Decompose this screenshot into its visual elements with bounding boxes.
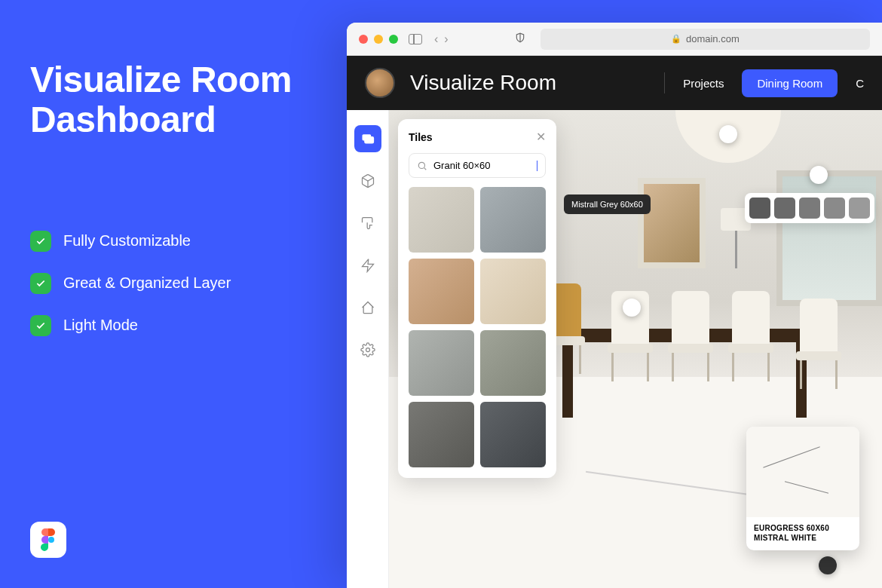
- avatar[interactable]: [365, 68, 395, 98]
- minimize-window-button[interactable]: [374, 35, 383, 44]
- check-icon: [30, 315, 51, 336]
- tile-swatch[interactable]: [480, 187, 546, 253]
- hotspot-floor[interactable]: [819, 556, 837, 574]
- tile-swatch[interactable]: [480, 330, 546, 396]
- nav-dining-room-button[interactable]: Dining Room: [742, 69, 838, 97]
- promo-feature-list: Fully Customizable Great & Organized Lay…: [30, 231, 317, 336]
- figma-logo: [30, 522, 66, 558]
- feature-text: Light Mode: [63, 317, 138, 334]
- wall-art: [638, 178, 706, 268]
- color-palette: [745, 193, 874, 223]
- nav-projects[interactable]: Projects: [683, 77, 724, 90]
- sidebar-paint-icon[interactable]: [354, 210, 381, 237]
- hotspot-table[interactable]: [623, 299, 641, 317]
- svg-point-5: [366, 348, 369, 352]
- palette-swatch[interactable]: [749, 198, 770, 219]
- promo-feature: Great & Organized Layer: [30, 273, 317, 294]
- url-text: domain.com: [686, 33, 740, 44]
- sidebar-bolt-icon[interactable]: [354, 252, 381, 279]
- feature-text: Fully Customizable: [63, 232, 191, 250]
- close-icon[interactable]: ✕: [536, 130, 546, 144]
- back-button[interactable]: ‹: [434, 32, 438, 46]
- svg-line-7: [424, 167, 427, 170]
- browser-window: ‹ › 🔒 domain.com Visualize Room Projects…: [347, 23, 882, 588]
- promo-feature: Light Mode: [30, 315, 317, 336]
- browser-chrome: ‹ › 🔒 domain.com: [347, 23, 882, 56]
- shield-icon[interactable]: [515, 32, 525, 47]
- page-title: Visualize Room: [410, 71, 556, 95]
- tile-swatch[interactable]: [409, 330, 474, 396]
- divider: [664, 72, 665, 93]
- nav-cut-link[interactable]: C: [856, 77, 864, 90]
- svg-point-6: [418, 162, 424, 168]
- promo-title-line2: Dashboard: [30, 100, 216, 139]
- promo-title-line1: Visualize Room: [30, 60, 292, 100]
- maximize-window-button[interactable]: [389, 35, 398, 44]
- sidebar-box-icon[interactable]: [354, 167, 381, 194]
- floor-preview: [746, 427, 859, 517]
- svg-point-0: [48, 537, 54, 543]
- tile-grid: [409, 187, 546, 467]
- palette-swatch[interactable]: [774, 198, 795, 219]
- palette-swatch[interactable]: [799, 198, 820, 219]
- room-visualizer[interactable]: Tiles ✕ Granit 60×60 M: [389, 110, 882, 588]
- tile-swatch[interactable]: [409, 259, 474, 324]
- svg-rect-3: [364, 137, 373, 143]
- floor-label: EUROGRESS 60X60 MISTRAL WHITE: [746, 517, 859, 550]
- lock-icon: 🔒: [671, 34, 681, 44]
- window: [776, 170, 882, 306]
- palette-swatch[interactable]: [824, 198, 845, 219]
- close-window-button[interactable]: [359, 35, 368, 44]
- sidebar: [347, 110, 389, 588]
- floor-selection-card[interactable]: EUROGRESS 60X60 MISTRAL WHITE: [746, 427, 859, 550]
- chair: [728, 291, 773, 381]
- feature-text: Great & Organized Layer: [63, 274, 231, 292]
- panel-title: Tiles: [409, 131, 433, 143]
- tile-swatch[interactable]: [409, 187, 474, 253]
- tile-swatch[interactable]: [409, 402, 474, 467]
- check-icon: [30, 231, 51, 252]
- tile-tooltip: Mistrall Grey 60x60: [564, 194, 651, 214]
- sidebar-chat-icon[interactable]: [354, 125, 381, 152]
- hotspot-lamp[interactable]: [719, 125, 737, 143]
- url-bar[interactable]: 🔒 domain.com: [541, 29, 870, 50]
- traffic-lights: [359, 35, 398, 44]
- search-icon: [417, 161, 427, 171]
- hotspot-wall[interactable]: [810, 166, 828, 184]
- search-value: Granit 60×60: [433, 160, 529, 171]
- tiles-panel: Tiles ✕ Granit 60×60: [398, 119, 556, 478]
- app-header: Visualize Room Projects Dining Room C: [347, 56, 882, 110]
- tile-swatch[interactable]: [480, 402, 546, 467]
- check-icon: [30, 273, 51, 294]
- sidebar-settings-icon[interactable]: [354, 336, 381, 363]
- chair: [796, 299, 841, 389]
- forward-button[interactable]: ›: [444, 32, 448, 46]
- sidebar-home-icon[interactable]: [354, 294, 381, 321]
- tile-swatch[interactable]: [480, 259, 546, 324]
- sidebar-toggle-icon[interactable]: [409, 34, 422, 44]
- promo-title: Visualize Room Dashboard: [30, 60, 317, 140]
- palette-swatch[interactable]: [849, 198, 870, 219]
- chair: [668, 291, 713, 381]
- search-input[interactable]: Granit 60×60: [409, 153, 546, 178]
- promo-feature: Fully Customizable: [30, 231, 317, 252]
